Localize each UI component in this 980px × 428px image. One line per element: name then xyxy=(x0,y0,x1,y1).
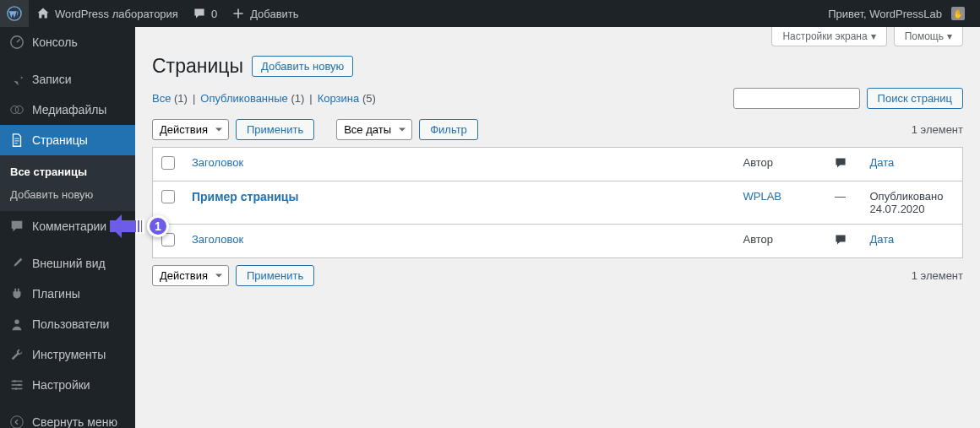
add-new-button[interactable]: Добавить новую xyxy=(252,56,353,77)
sidebar-item-label: Инструменты xyxy=(32,348,106,361)
sidebar-item-label: Комментарии xyxy=(32,219,106,233)
sidebar-item-label: Плагины xyxy=(32,287,80,301)
filter-all[interactable]: Все xyxy=(152,92,171,105)
pages-table: Заголовок Автор Дата Пример страницы WPL… xyxy=(152,147,963,258)
user-icon xyxy=(8,316,25,333)
sidebar-item-users[interactable]: Пользователи xyxy=(0,309,135,339)
date-filter-select[interactable]: Все даты xyxy=(336,119,412,140)
sidebar-submenu: Все страницы Добавить новую xyxy=(0,155,135,211)
sidebar-item-pages[interactable]: Страницы xyxy=(0,125,135,155)
plug-icon xyxy=(8,285,25,302)
apply-button[interactable]: Применить xyxy=(236,119,314,140)
row-title-link[interactable]: Пример страницы xyxy=(192,190,298,203)
chevron-down-icon: ▾ xyxy=(947,30,952,42)
screen-options-button[interactable]: Настройки экрана ▾ xyxy=(771,27,886,46)
brush-icon xyxy=(8,255,25,272)
svg-point-4 xyxy=(14,320,19,324)
admin-sidebar: Консоль Записи Медиафайлы Страницы Все с… xyxy=(0,27,135,428)
sidebar-item-label: Внешний вид xyxy=(32,257,106,270)
search-button[interactable]: Поиск страниц xyxy=(867,88,963,109)
site-name-label: WordPress лаборатория xyxy=(55,8,178,20)
sidebar-item-label: Пользователи xyxy=(32,317,109,331)
apply-button-bottom[interactable]: Применить xyxy=(236,265,314,286)
comments-count: 0 xyxy=(211,8,217,20)
svg-point-2 xyxy=(11,106,19,114)
select-all-checkbox[interactable] xyxy=(161,156,175,170)
site-name[interactable]: WordPress лаборатория xyxy=(29,0,185,27)
sidebar-item-label: Консоль xyxy=(32,35,78,49)
comments-header-footer[interactable] xyxy=(819,225,862,258)
sidebar-item-settings[interactable]: Настройки xyxy=(0,370,135,400)
svg-point-8 xyxy=(11,416,23,428)
comments-header[interactable] xyxy=(819,148,862,181)
svg-point-5 xyxy=(14,380,16,382)
sidebar-item-dashboard[interactable]: Консоль xyxy=(0,27,135,57)
content-area: Настройки экрана ▾ Помощь ▾ Страницы Доб… xyxy=(135,27,980,428)
annotation-badge: 1 xyxy=(147,215,169,237)
collapse-icon xyxy=(8,414,25,428)
add-new-link[interactable]: Добавить xyxy=(224,0,305,27)
sidebar-item-plugins[interactable]: Плагины xyxy=(0,279,135,309)
filter-published[interactable]: Опубликованные xyxy=(200,92,288,105)
add-new-label: Добавить xyxy=(250,8,298,20)
bulk-action-select[interactable]: Действия xyxy=(152,119,229,140)
date-header-footer[interactable]: Дата xyxy=(870,233,895,246)
item-count: 1 элемент xyxy=(912,123,963,136)
plus-icon xyxy=(231,6,246,21)
item-count-bottom: 1 элемент xyxy=(912,269,963,282)
author-header-footer: Автор xyxy=(735,225,819,258)
sidebar-item-label: Медиафайлы xyxy=(32,103,106,116)
sidebar-item-label: Записи xyxy=(32,73,71,86)
title-header-footer[interactable]: Заголовок xyxy=(192,233,243,246)
status-filters: Все (1) | Опубликованные (1) | Корзина (… xyxy=(152,92,376,105)
sidebar-item-media[interactable]: Медиафайлы xyxy=(0,95,135,125)
search-input[interactable] xyxy=(733,88,860,109)
submenu-add-new[interactable]: Добавить новую xyxy=(0,183,135,206)
sidebar-item-tools[interactable]: Инструменты xyxy=(0,339,135,370)
date-header[interactable]: Дата xyxy=(870,156,895,169)
row-checkbox[interactable] xyxy=(161,190,175,203)
row-comments: — xyxy=(819,181,862,225)
sidebar-item-label: Настройки xyxy=(32,378,90,392)
page-title: Страницы xyxy=(152,55,243,78)
greeting-text: Привет, WordPressLab xyxy=(828,8,942,20)
dashboard-icon xyxy=(8,34,25,51)
filter-trash[interactable]: Корзина xyxy=(318,92,360,105)
author-header: Автор xyxy=(735,148,819,181)
bulk-action-select-bottom[interactable]: Действия xyxy=(152,265,229,286)
wordpress-icon xyxy=(7,6,22,21)
annotation-arrow: 1 xyxy=(110,215,169,237)
media-icon xyxy=(8,101,25,118)
svg-point-3 xyxy=(15,106,23,114)
sidebar-collapse[interactable]: Свернуть меню xyxy=(0,407,135,428)
admin-toolbar: WordPress лаборатория 0 Добавить Привет,… xyxy=(0,0,980,27)
title-header[interactable]: Заголовок xyxy=(192,156,243,169)
comment-icon xyxy=(8,218,25,235)
sliders-icon xyxy=(8,377,25,393)
pin-icon xyxy=(8,71,25,88)
wp-logo[interactable] xyxy=(0,0,29,27)
sidebar-item-label: Свернуть меню xyxy=(32,415,117,428)
home-icon xyxy=(35,6,51,21)
user-greeting[interactable]: Привет, WordPressLab ✋ xyxy=(821,0,972,27)
row-author-link[interactable]: WPLAB xyxy=(743,190,782,203)
svg-point-6 xyxy=(18,384,20,387)
comments-link[interactable]: 0 xyxy=(185,0,224,27)
comment-icon xyxy=(192,6,207,21)
avatar: ✋ xyxy=(951,7,965,20)
page-icon xyxy=(8,132,25,149)
table-row: Пример страницы WPLAB — Опубликовано 24.… xyxy=(153,181,963,225)
help-button[interactable]: Помощь ▾ xyxy=(894,27,963,46)
wrench-icon xyxy=(8,346,25,363)
svg-point-7 xyxy=(15,387,18,390)
sidebar-item-posts[interactable]: Записи xyxy=(0,64,135,95)
filter-button[interactable]: Фильтр xyxy=(419,119,478,140)
chevron-down-icon: ▾ xyxy=(871,30,876,42)
sidebar-item-appearance[interactable]: Внешний вид xyxy=(0,248,135,279)
row-date: Опубликовано 24.07.2020 xyxy=(862,181,963,225)
submenu-all-pages[interactable]: Все страницы xyxy=(0,160,135,183)
sidebar-item-label: Страницы xyxy=(32,133,88,147)
